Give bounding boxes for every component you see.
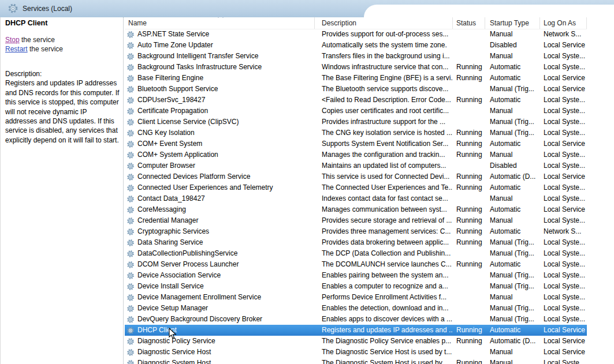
service-startup-type-cell: Disabled	[485, 40, 540, 51]
table-row[interactable]: DataCollectionPublishingServiceThe DCP (…	[125, 248, 587, 259]
table-row[interactable]: DHCP ClientRegisters and updates IP addr…	[125, 325, 587, 336]
service-log-on-as-cell: Local Service	[540, 138, 587, 149]
service-description-cell: The DCOMLAUNCH service launches C...	[315, 259, 453, 270]
column-header-log-on-as[interactable]: Log On As	[540, 17, 587, 29]
table-row[interactable]: Device Management Enrollment ServicePerf…	[125, 292, 587, 303]
service-status-cell	[453, 314, 485, 325]
table-row[interactable]: Computer BrowserMaintains an updated lis…	[125, 160, 587, 171]
service-name-cell: Connected Devices Platform Service	[125, 171, 315, 182]
service-log-on-as-cell: Local Syste...	[540, 248, 587, 259]
table-row[interactable]: CoreMessagingManages communication betwe…	[125, 204, 587, 215]
table-row[interactable]: DCOM Server Process LauncherThe DCOMLAUN…	[125, 259, 587, 270]
table-row[interactable]: Diagnostic Service HostThe Diagnostic Se…	[125, 347, 587, 358]
table-row[interactable]: CDPUserSvc_198427<Failed to Read Descrip…	[125, 95, 587, 106]
table-row[interactable]: Certificate PropagationCopies user certi…	[125, 106, 587, 117]
table-row[interactable]: Device Install ServiceEnables a computer…	[125, 281, 587, 292]
service-description-cell: <Failed to Read Description. Error Code.…	[315, 95, 453, 106]
service-name: Diagnostic Service Host	[137, 347, 211, 358]
service-startup-type-cell: Automatic (D...	[485, 336, 540, 347]
description-label: Description:	[5, 69, 120, 78]
table-row[interactable]: Diagnostic Policy ServiceThe Diagnostic …	[125, 336, 587, 347]
service-log-on-as-cell: Network S...	[540, 29, 587, 40]
service-name-cell: CNG Key Isolation	[125, 127, 315, 138]
service-description-cell: The Bluetooth service supports discove..…	[315, 84, 453, 95]
column-header-status[interactable]: Status	[453, 17, 485, 29]
table-row[interactable]: Client License Service (ClipSVC)Provides…	[125, 117, 587, 127]
service-name-cell: Diagnostic Policy Service	[125, 336, 315, 347]
service-gear-icon	[126, 239, 135, 247]
service-log-on-as-cell: Local Syste...	[540, 237, 587, 248]
service-name: Computer Browser	[137, 160, 195, 171]
restart-service-link[interactable]: Restart	[5, 45, 28, 53]
service-gear-icon	[126, 348, 135, 357]
column-header-name[interactable]: Name	[125, 17, 315, 29]
service-name: Bluetooth Support Service	[137, 84, 218, 95]
service-status-cell: Running	[453, 358, 485, 364]
service-log-on-as-cell: Local Syste...	[540, 215, 587, 226]
service-description-cell: Maintains an updated list of computers..…	[315, 160, 453, 171]
table-row[interactable]: Background Tasks Infrastructure ServiceW…	[125, 62, 587, 73]
service-status-cell: Running	[453, 237, 485, 248]
service-description-cell: Provides three management services: C...	[315, 226, 453, 237]
table-row[interactable]: Background Intelligent Transfer ServiceT…	[125, 51, 587, 62]
service-gear-icon	[126, 228, 135, 236]
service-startup-type-cell: Manual	[485, 29, 540, 40]
table-row[interactable]: Contact Data_198427Indexes contact data …	[125, 193, 587, 204]
table-row[interactable]: Credential ManagerProvides secure storag…	[125, 215, 587, 226]
service-status-cell	[453, 51, 485, 62]
table-row[interactable]: COM+ Event SystemSupports System Event N…	[125, 138, 587, 149]
service-info-pane: DHCP Client Stop the service Restart the…	[0, 17, 122, 364]
table-row[interactable]: DevQuery Background Discovery BrokerEnab…	[125, 314, 587, 325]
service-status-cell: Running	[453, 204, 485, 215]
table-row[interactable]: Cryptographic ServicesProvides three man…	[125, 226, 587, 237]
table-row[interactable]: COM+ System ApplicationManages the confi…	[125, 149, 587, 160]
service-name: COM+ System Application	[137, 149, 218, 160]
service-log-on-as-cell: Local Syste...	[540, 51, 587, 62]
table-row[interactable]: Auto Time Zone UpdaterAutomatically sets…	[125, 40, 587, 51]
service-gear-icon	[126, 359, 135, 364]
service-log-on-as-cell: Local Syste...	[540, 281, 587, 292]
service-gear-icon	[126, 140, 135, 148]
table-row[interactable]: Data Sharing ServiceProvides data broker…	[125, 237, 587, 248]
service-status-cell: Running	[453, 138, 485, 149]
table-row[interactable]: ASP.NET State ServiceProvides support fo…	[125, 29, 587, 40]
service-gear-icon	[126, 63, 135, 72]
service-description-cell: Enables a computer to recognize and a...	[315, 281, 453, 292]
service-status-cell: Running	[453, 226, 485, 237]
service-name-cell: Device Association Service	[125, 270, 315, 281]
services-window: { "window": { "title": "Services (Local)…	[0, 0, 614, 364]
service-startup-type-cell: Manual (Trig...	[485, 248, 540, 259]
table-row[interactable]: Connected User Experiences and Telemetry…	[125, 182, 587, 193]
table-row[interactable]: Bluetooth Support ServiceThe Bluetooth s…	[125, 84, 587, 95]
list-panel-curve	[364, 5, 614, 18]
service-status-cell: Running	[453, 62, 485, 73]
table-row[interactable]: Device Setup ManagerEnables the detectio…	[125, 303, 587, 314]
service-status-cell	[453, 292, 485, 303]
pane-separator[interactable]	[123, 17, 124, 364]
service-name: ASP.NET State Service	[137, 29, 209, 40]
table-row[interactable]: Connected Devices Platform ServiceThis s…	[125, 171, 587, 182]
service-status-cell	[453, 270, 485, 281]
column-header-startup-type[interactable]: Startup Type	[485, 17, 540, 29]
service-name: Device Management Enrollment Service	[137, 292, 261, 303]
service-name-cell: CoreMessaging	[125, 204, 315, 215]
column-header-description[interactable]: Description	[315, 17, 453, 29]
table-row[interactable]: CNG Key IsolationThe CNG key isolation s…	[125, 127, 587, 138]
table-row[interactable]: Device Association ServiceEnables pairin…	[125, 270, 587, 281]
service-name: Device Setup Manager	[137, 303, 208, 314]
service-status-cell	[453, 117, 485, 127]
service-startup-type-cell: Manual	[485, 347, 540, 358]
table-row[interactable]: Base Filtering EngineThe Base Filtering …	[125, 73, 587, 84]
service-name-cell: Bluetooth Support Service	[125, 84, 315, 95]
service-startup-type-cell: Manual (Trig...	[485, 84, 540, 95]
service-startup-type-cell: Manual	[485, 106, 540, 117]
service-action-links: Stop the service Restart the service	[5, 36, 63, 54]
table-row[interactable]: Diagnostic System HostThe Diagnostic Sys…	[125, 358, 587, 364]
stop-service-link[interactable]: Stop	[5, 36, 20, 44]
service-gear-icon	[126, 107, 135, 115]
service-name: Certificate Propagation	[137, 106, 208, 117]
service-description-cell: Manages communication between syst...	[315, 204, 453, 215]
service-name: COM+ Event System	[137, 138, 202, 149]
service-gear-icon	[126, 129, 135, 137]
service-description-cell: Copies user certificates and root certif…	[315, 106, 453, 117]
